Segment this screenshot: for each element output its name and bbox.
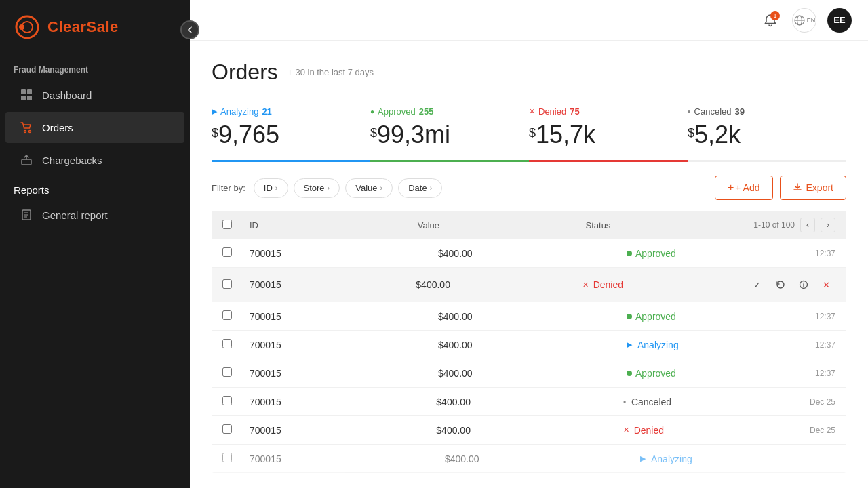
status-dot: [627, 371, 632, 376]
row-value: $400.00: [438, 368, 627, 379]
row-id: 700015: [250, 425, 436, 436]
select-all-checkbox[interactable]: [222, 220, 232, 229]
next-page-button[interactable]: ›: [821, 218, 835, 232]
status-text: Denied: [634, 425, 664, 436]
export-icon: [793, 182, 802, 194]
svg-point-19: [803, 283, 804, 283]
sidebar-item-dashboard-label: Dashboard: [42, 89, 92, 101]
sidebar-item-chargebacks[interactable]: Chargebacks: [5, 144, 184, 176]
filter-date[interactable]: Date ›: [398, 178, 442, 198]
row-checkbox[interactable]: [222, 310, 250, 322]
row-value: $400.00: [436, 396, 623, 407]
analyzing-underline: [212, 160, 370, 162]
refresh-action-icon[interactable]: [772, 276, 789, 293]
row-actions: ✓ ✕: [749, 276, 835, 293]
filter-value[interactable]: Value ›: [345, 178, 393, 198]
sidebar-item-orders-label: Orders: [42, 122, 73, 134]
status-dot: [627, 314, 632, 319]
row-value: $400.00: [436, 425, 623, 436]
row-checkbox[interactable]: [222, 453, 250, 464]
header-id: ID: [250, 220, 418, 230]
status-dot: [627, 251, 632, 256]
id-chevron: ›: [275, 184, 278, 192]
row-checkbox[interactable]: [222, 424, 250, 436]
row-checkbox[interactable]: [222, 279, 250, 291]
status-text: Analyzing: [637, 340, 679, 350]
svg-rect-9: [22, 159, 31, 165]
row-time: 12:37: [815, 369, 835, 378]
canceled-square-icon: ▪: [623, 397, 626, 407]
page-header: Orders 30 in the last 7 days: [212, 60, 846, 85]
denied-underline: [529, 160, 688, 162]
denied-x-icon: ✕: [583, 281, 589, 289]
row-status: ▪ Canceled: [623, 396, 810, 407]
info-action-icon[interactable]: [795, 276, 812, 293]
row-time: 12:37: [815, 340, 835, 350]
user-avatar[interactable]: EE: [827, 8, 852, 33]
value-chevron: ›: [380, 184, 383, 192]
approved-underline: [370, 160, 529, 162]
stat-analyzing: ▶ Analyzing 21 $9,765: [212, 101, 370, 160]
sidebar-toggle[interactable]: [180, 20, 199, 39]
sidebar-item-general-report[interactable]: General report: [5, 199, 184, 230]
add-button[interactable]: + + Add: [715, 176, 773, 200]
analyzing-arrow-icon: ▶: [640, 454, 646, 463]
row-id: 700015: [250, 368, 438, 379]
status-text: Approved: [635, 311, 676, 322]
row-id: 700015: [250, 340, 438, 350]
header-status: Status: [586, 220, 754, 230]
export-label: Export: [806, 182, 833, 193]
canceled-value: $5,2k: [688, 121, 835, 149]
sidebar-header: ClearSale: [0, 0, 190, 54]
denied-indicator: ✕: [529, 107, 535, 116]
row-value: $400.00: [438, 311, 627, 322]
canceled-count: 39: [735, 106, 745, 117]
export-button[interactable]: Export: [780, 176, 846, 200]
topbar-icons: 1 EN EE: [760, 8, 852, 33]
filter-actions: + + Add Export: [715, 176, 846, 200]
status-text: Approved: [635, 368, 676, 379]
row-status: Approved: [627, 311, 815, 322]
reports-section-label: Reports: [0, 176, 190, 199]
row-status: ✕ Denied: [583, 279, 749, 290]
close-action-icon[interactable]: ✕: [818, 276, 835, 293]
row-value: $400.00: [416, 279, 582, 290]
row-checkbox[interactable]: [222, 367, 250, 379]
row-checkbox[interactable]: [222, 247, 250, 259]
row-checkbox[interactable]: [222, 396, 250, 407]
filter-id[interactable]: ID ›: [254, 178, 288, 198]
svg-point-2: [19, 24, 24, 30]
pagination-info: 1-10 of 100: [753, 220, 795, 230]
page-title: Orders: [212, 60, 278, 85]
row-status: ▶ Analyzing: [640, 453, 835, 464]
language-button[interactable]: EN: [792, 8, 816, 33]
row-time: Dec 25: [810, 397, 835, 407]
row-status: Approved: [627, 368, 815, 379]
analyzing-label: Analyzing: [220, 106, 258, 117]
svg-point-8: [29, 131, 31, 133]
status-text: Approved: [635, 248, 676, 259]
approve-action-icon[interactable]: ✓: [749, 276, 766, 293]
header-checkbox[interactable]: [222, 220, 250, 231]
report-icon: [19, 207, 34, 222]
table-row: 700015 $400.00 Approved 12:37: [212, 302, 846, 331]
topbar: 1 EN EE: [190, 0, 868, 41]
lang-label: EN: [807, 17, 816, 24]
approved-indicator: ●: [370, 108, 374, 115]
notification-bell[interactable]: 1: [760, 9, 781, 31]
stats-row: ▶ Analyzing 21 $9,765 ● Approved 255 $99…: [212, 101, 846, 162]
svg-rect-6: [27, 96, 32, 100]
approved-value: $99,3mi: [370, 121, 518, 149]
chargebacks-icon: [19, 152, 34, 167]
table-pagination: 1-10 of 100 ‹ ›: [753, 218, 835, 232]
stat-approved: ● Approved 255 $99,3mi: [370, 101, 529, 160]
sidebar-item-dashboard[interactable]: Dashboard: [5, 79, 184, 110]
store-chevron: ›: [328, 184, 330, 192]
filter-store[interactable]: Store ›: [294, 178, 340, 198]
sidebar-item-orders[interactable]: Orders: [5, 112, 184, 143]
row-checkbox[interactable]: [222, 339, 250, 350]
svg-rect-4: [27, 89, 32, 94]
prev-page-button[interactable]: ‹: [800, 218, 815, 232]
canceled-indicator: ▪: [688, 106, 691, 117]
main-content: 1 EN EE Orders 30 in the last 7 days: [190, 0, 868, 488]
